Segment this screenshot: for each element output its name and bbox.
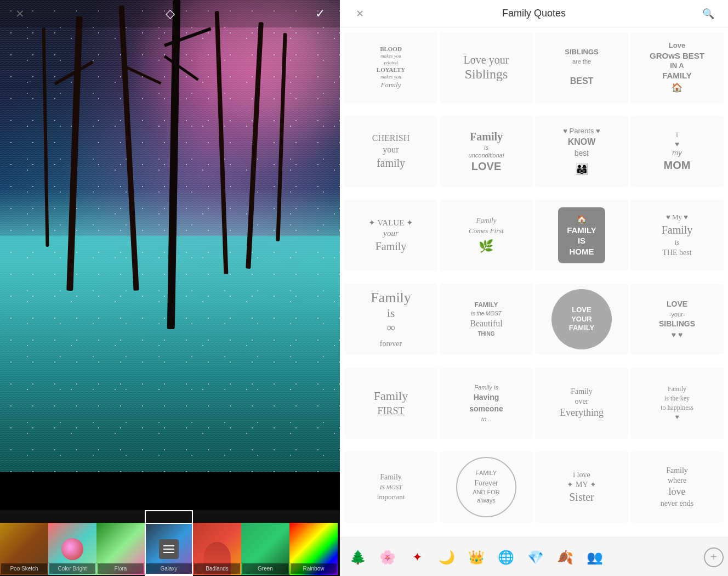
- sticker-love-your-family[interactable]: LOVEYOURFAMILY: [535, 284, 628, 355]
- category-star[interactable]: ✦: [403, 544, 431, 571]
- sticker-siblings-best-text: SIBLINGSare the BEST: [565, 48, 598, 87]
- filter-label-badlands: Badlands: [194, 563, 240, 574]
- sticker-family-beautiful-text: FAMILY is the MOST Beautiful THING: [470, 301, 503, 337]
- sticker-family-love-never-ends-text: Familywherelovenever ends: [661, 466, 693, 509]
- tree-trunk-5: [246, 22, 264, 269]
- sticker-panel-header: ✕ Family Quotes 🔍: [340, 0, 728, 27]
- filter-galaxy[interactable]: Galaxy: [145, 510, 193, 576]
- editor-top-bar: ✕ ◇ ✓: [0, 0, 340, 27]
- category-leaf[interactable]: 🍂: [551, 544, 579, 571]
- category-crown[interactable]: 👑: [463, 544, 490, 571]
- filter-color-bright[interactable]: Color Bright: [48, 510, 96, 576]
- sticker-family-having-someone[interactable]: Family is Having someone to...: [440, 368, 533, 439]
- flower-icon: 🌸: [379, 550, 396, 565]
- search-icon: 🔍: [702, 8, 714, 20]
- sticker-love-grows-text: LoveGROwS BESTIN AFAMILY 🏠: [650, 41, 704, 94]
- sticker-love-siblings[interactable]: Love yourSiblings: [440, 32, 533, 103]
- sticker-blood[interactable]: BLOOD makes you related LOYALTY makes yo…: [344, 32, 437, 103]
- sticker-parents-know-text: ♥ Parents ♥KNOWbest 👨‍👩‍👧: [563, 126, 600, 177]
- crown-icon: 👑: [468, 550, 485, 565]
- star-icon: ✦: [412, 550, 422, 564]
- sticker-blood-text: BLOOD makes you related LOYALTY makes yo…: [377, 45, 405, 89]
- sticker-love-your-family-text: LOVEYOURFAMILY: [551, 289, 612, 349]
- tree-trunk-7: [276, 33, 287, 241]
- leaf-icon: 🍂: [557, 550, 573, 565]
- right-panel: ✕ Family Quotes 🔍 BLOOD makes you relate…: [340, 0, 728, 576]
- sticker-siblings-best[interactable]: SIBLINGSare the BEST: [535, 32, 628, 103]
- sticker-family-is-home[interactable]: 🏠FAMILYISHOME: [535, 200, 628, 271]
- category-tree[interactable]: 🌲: [344, 544, 372, 571]
- people-icon: 👥: [587, 550, 603, 565]
- confirm-button[interactable]: ✓: [309, 3, 331, 25]
- sticker-family-beautiful[interactable]: FAMILY is the MOST Beautiful THING: [440, 284, 533, 355]
- sticker-family-over-everything-text: FamilyoverEverything: [560, 387, 604, 420]
- filter-green[interactable]: Green: [241, 510, 289, 576]
- check-icon: ✓: [315, 7, 325, 21]
- eraser-icon: ◇: [166, 7, 175, 21]
- close-icon: ✕: [15, 7, 25, 20]
- sticker-i-love-sister[interactable]: i love✦ MY ✦Sister: [535, 451, 628, 523]
- filter-label-color: Color Bright: [49, 563, 95, 574]
- panel-close-button[interactable]: ✕: [349, 3, 371, 25]
- filter-label-rainbow: Rainbow: [291, 563, 337, 574]
- eraser-button[interactable]: ◇: [159, 3, 181, 25]
- filter-flora[interactable]: Flora: [96, 510, 145, 576]
- sticker-family-having-someone-text: Family is Having someone to...: [469, 383, 503, 424]
- branch-2: [126, 66, 162, 84]
- sticker-love-grows[interactable]: LoveGROwS BESTIN AFAMILY 🏠: [630, 32, 724, 103]
- sticker-family-is-home-text: 🏠FAMILYISHOME: [558, 207, 605, 263]
- sticker-family-love-never-ends[interactable]: Familywherelovenever ends: [630, 451, 724, 523]
- sticker-family-first-text: FamilyFIRST: [374, 389, 408, 418]
- sticker-parents-know[interactable]: ♥ Parents ♥KNOWbest 👨‍👩‍👧: [535, 116, 628, 187]
- category-people[interactable]: 👥: [581, 544, 608, 571]
- close-button[interactable]: ✕: [9, 3, 31, 25]
- sticker-value-family-text: ✦ VALUE ✦yourFamily: [368, 218, 413, 253]
- sticker-value-family[interactable]: ✦ VALUE ✦yourFamily: [344, 200, 437, 271]
- search-button[interactable]: 🔍: [697, 3, 719, 25]
- filter-label-galaxy: Galaxy: [146, 563, 192, 574]
- add-category-button[interactable]: +: [704, 547, 724, 567]
- category-globe[interactable]: 🌐: [492, 544, 520, 571]
- category-bar: 🌲 🌸 ✦ 🌙 👑 🌐 💎 🍂 👥 +: [340, 538, 728, 576]
- gem-icon: 💎: [527, 550, 544, 565]
- sticker-family-most-important[interactable]: FamilyIS MOSTimportant: [344, 451, 437, 523]
- filter-bar: Poo Sketch Color Bright Flora: [0, 510, 340, 576]
- sticker-love-your-siblings[interactable]: LOVE-your-SIBLINGS ♥ ♥: [630, 284, 724, 355]
- sticker-cherish[interactable]: CHERISHyourfamily: [344, 116, 437, 187]
- sticker-i-love-mom-text: i♥myMOM: [664, 131, 691, 173]
- category-gem[interactable]: 💎: [522, 544, 549, 571]
- sticker-grid: BLOOD makes you related LOYALTY makes yo…: [340, 27, 728, 538]
- sticker-family-comes-first[interactable]: FamilyComes First 🌿: [440, 200, 533, 271]
- filter-badlands[interactable]: Badlands: [193, 510, 241, 576]
- sticker-family-unconditional-text: Family is unconditional LOVE: [469, 129, 504, 174]
- category-flower[interactable]: 🌸: [374, 544, 401, 571]
- sticker-love-your-siblings-text: LOVE-your-SIBLINGS ♥ ♥: [659, 299, 695, 340]
- canvas-area[interactable]: [0, 0, 340, 472]
- sticker-my-family-best[interactable]: ♥ My ♥FamilyisTHE best: [630, 200, 724, 271]
- sticker-family-forever[interactable]: Familyis∞forever: [344, 284, 437, 355]
- filter-poo-sketch[interactable]: Poo Sketch: [0, 510, 48, 576]
- panel-title: Family Quotes: [371, 8, 697, 19]
- filter-label-poo: Poo Sketch: [1, 563, 47, 574]
- tree-trunk-6: [42, 27, 49, 247]
- sticker-love-siblings-text: Love yourSiblings: [464, 53, 509, 82]
- tree-trunk-4: [215, 11, 229, 274]
- sticker-cherish-text: CHERISHyourfamily: [372, 133, 410, 170]
- sticker-family-comes-first-text: FamilyComes First 🌿: [469, 216, 504, 255]
- sticker-family-forever-always-text: FAMILYForeverAND FORalways: [456, 457, 516, 517]
- sticker-family-first[interactable]: FamilyFIRST: [344, 368, 437, 439]
- sticker-family-key-happiness[interactable]: Familyis the keyto happiness♥: [630, 368, 724, 439]
- sticker-my-family-best-text: ♥ My ♥FamilyisTHE best: [662, 212, 693, 258]
- moon-icon: 🌙: [439, 550, 455, 565]
- sticker-i-love-mom[interactable]: i♥myMOM: [630, 116, 724, 187]
- category-moon[interactable]: 🌙: [433, 544, 460, 571]
- filter-rainbow[interactable]: Rainbow: [289, 510, 338, 576]
- globe-icon: 🌐: [498, 550, 514, 565]
- add-icon: +: [710, 551, 717, 563]
- branch-4: [164, 55, 199, 81]
- left-panel: ✕ ◇ ✓ Poo Sketch: [0, 0, 340, 576]
- sticker-family-over-everything[interactable]: FamilyoverEverything: [535, 368, 628, 439]
- sticker-family-forever-always[interactable]: FAMILYForeverAND FORalways: [440, 451, 533, 523]
- sticker-family-unconditional[interactable]: Family is unconditional LOVE: [440, 116, 533, 187]
- sticker-family-forever-text: Familyis∞forever: [371, 289, 411, 349]
